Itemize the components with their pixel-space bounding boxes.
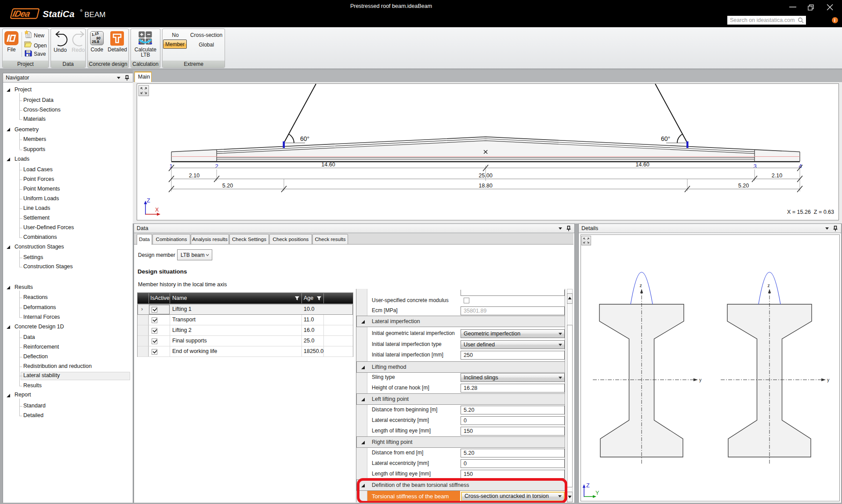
svg-text:y: y — [827, 377, 830, 382]
svg-text:Y: Y — [595, 490, 599, 496]
svg-text:5.20: 5.20 — [222, 183, 233, 189]
svg-text:25.8: 25.8 — [92, 40, 99, 44]
svg-text:14.60: 14.60 — [321, 162, 335, 168]
svg-text:3: 3 — [753, 163, 756, 169]
svg-text:2.10: 2.10 — [189, 173, 200, 179]
svg-text:25.00: 25.00 — [479, 173, 492, 179]
svg-text:z: z — [639, 283, 642, 288]
svg-text:Z: Z — [586, 482, 590, 489]
svg-text:2.10: 2.10 — [772, 173, 782, 179]
svg-text:60°: 60° — [300, 135, 309, 142]
svg-text:IDea: IDea — [11, 9, 31, 19]
svg-text:®: ® — [80, 9, 83, 13]
svg-text:2: 2 — [215, 163, 218, 169]
svg-text:Z: Z — [147, 198, 150, 204]
svg-text:60°: 60° — [661, 135, 670, 142]
svg-text:z: z — [767, 283, 769, 288]
svg-text:BEAM: BEAM — [84, 11, 105, 19]
svg-text:StatiCa: StatiCa — [43, 9, 75, 19]
svg-text:18.80: 18.80 — [479, 183, 492, 189]
svg-text:14.60: 14.60 — [635, 162, 649, 168]
svg-text:5.20: 5.20 — [738, 183, 749, 189]
svg-text:X: X — [155, 207, 159, 213]
svg-text:X = 15.26 Z = 0.63: X = 15.26 Z = 0.63 — [787, 209, 834, 215]
svg-text:y: y — [699, 377, 702, 382]
